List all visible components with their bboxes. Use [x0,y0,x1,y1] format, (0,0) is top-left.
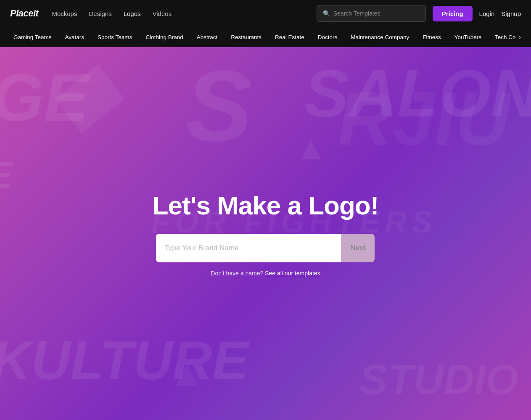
watermark-right-bottom: STUDIO [359,358,518,400]
brand-name-input[interactable] [156,234,341,262]
cat-gaming-teams[interactable]: Gaming Teams [7,27,58,48]
category-nav: Gaming Teams Avatars Sports Teams Clothi… [0,27,531,47]
nav-logos[interactable]: Logos [124,10,141,17]
cat-youtubers[interactable]: YouTubers [448,27,488,48]
cat-avatars[interactable]: Avatars [58,27,91,48]
watermark-right1: SALON [304,60,531,127]
nav-right: 🔍 Pricing Login Signup [317,5,521,22]
watermark-mid-bottom: ▲ [168,354,206,392]
watermark-extra: ▲ [294,131,328,165]
watermark-left2: e [0,156,13,194]
category-list: Gaming Teams Avatars Sports Teams Clothi… [7,27,515,48]
watermark-ge: GE [0,64,89,131]
cat-doctors[interactable]: Doctors [311,27,344,48]
brand-form: Next [156,234,375,262]
hero-subtext: Don't have a name? See all our templates [211,270,320,277]
site-logo[interactable]: Placeit [10,8,38,19]
top-nav: Placeit Mockups Designs Logos Videos 🔍 P… [0,0,531,27]
hero-title: Let's Make a Logo! [153,190,379,220]
cat-clothing-brand[interactable]: Clothing Brand [139,27,190,48]
hero-section: GE ◆ S SALON e FOR FIGHTERS KULTURE ▲ ST… [0,47,531,420]
search-icon: 🔍 [323,10,330,17]
cat-sports-teams[interactable]: Sports Teams [91,27,139,48]
see-all-templates-link[interactable]: See all our templates [265,270,320,277]
nav-mockups[interactable]: Mockups [52,10,77,17]
login-link[interactable]: Login [479,10,495,17]
nav-links: Mockups Designs Logos Videos [52,10,316,17]
signup-link[interactable]: Signup [501,10,521,17]
watermark-big1: ◆ [50,51,115,135]
cat-restaurants[interactable]: Restaurants [224,27,268,48]
hero-subtext-label: Don't have a name? [211,270,265,277]
cat-abstract[interactable]: Abstract [190,27,225,48]
hero-content: Let's Make a Logo! Next Don't have a nam… [153,190,379,277]
next-button[interactable]: Next [341,234,375,262]
watermark-right-top: RJIU [338,81,510,156]
cat-maintenance[interactable]: Maintenance Company [344,27,416,48]
watermark-s: S [185,55,252,156]
search-input[interactable] [333,10,420,17]
cat-nav-next-arrow[interactable]: › [515,34,524,41]
cat-fitness[interactable]: Fitness [416,27,448,48]
search-bar[interactable]: 🔍 [317,5,426,22]
pricing-button[interactable]: Pricing [433,6,473,21]
watermark-kulture: KULTURE [0,333,248,388]
cat-real-estate[interactable]: Real Estate [268,27,311,48]
cat-tech[interactable]: Tech Companies [488,27,515,48]
nav-videos[interactable]: Videos [153,10,172,17]
nav-designs[interactable]: Designs [89,10,111,17]
